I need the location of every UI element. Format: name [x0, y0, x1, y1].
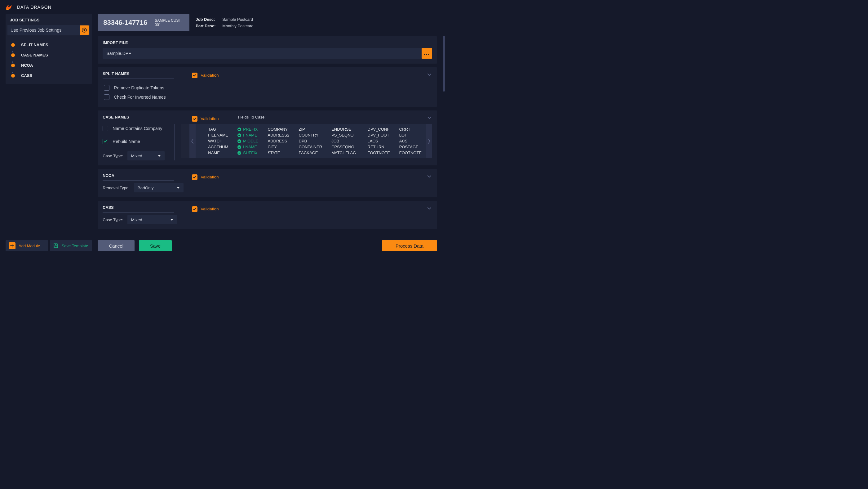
- field-cell[interactable]: LOT: [399, 133, 422, 138]
- field-cell[interactable]: ENDORSE: [331, 127, 358, 132]
- field-cell[interactable]: JOB: [331, 139, 358, 143]
- field-cell[interactable]: DPV_FOOT: [368, 133, 390, 138]
- field-cell[interactable]: POSTAGE: [399, 145, 422, 149]
- scrollbar-thumb[interactable]: [443, 36, 445, 91]
- import-file-row: Sample.DPF ...: [103, 48, 432, 59]
- sidebar-item-split-names[interactable]: SPLIT NAMES: [10, 40, 88, 50]
- cass-case-type-key: Case Type:: [103, 218, 123, 222]
- svg-rect-1: [55, 246, 57, 247]
- process-data-button[interactable]: Process Data: [382, 240, 437, 251]
- field-cell[interactable]: FNAME: [238, 133, 258, 138]
- field-cell-label: ACS: [399, 139, 408, 143]
- collapse-button[interactable]: [427, 72, 432, 78]
- cass-case-type-select[interactable]: Mixed: [127, 215, 177, 224]
- sidebar-item-cass[interactable]: CASS: [10, 70, 88, 81]
- field-cell[interactable]: ACS: [399, 139, 422, 143]
- case-names-validation-checkbox[interactable]: [192, 116, 197, 122]
- case-names-title: CASE NAMES: [103, 115, 174, 119]
- field-cell-label: NAME: [208, 150, 220, 155]
- check-inverted-names-checkbox[interactable]: [104, 94, 110, 100]
- field-cell-label: LNAME: [243, 145, 257, 149]
- field-cell[interactable]: LACS: [368, 139, 390, 143]
- use-previous-settings[interactable]: Use Previous Job Settings: [7, 25, 90, 35]
- field-cell-label: LACS: [368, 139, 378, 143]
- case-type-select[interactable]: Mixed: [127, 151, 165, 161]
- field-cell-label: ENDORSE: [331, 127, 351, 132]
- field-cell[interactable]: FOOTNOTE: [399, 150, 422, 155]
- field-cell[interactable]: PREFIX: [238, 127, 258, 132]
- add-module-button[interactable]: Add Module: [6, 240, 48, 251]
- collapse-button[interactable]: [427, 173, 432, 180]
- check-circle-icon: [238, 139, 241, 143]
- field-cell[interactable]: DPV_CONF: [368, 127, 390, 132]
- fields-scroll-spacer: [181, 124, 189, 158]
- job-desc-key: Job Desc:: [196, 17, 219, 22]
- download-previous-icon-button[interactable]: [80, 25, 89, 35]
- field-cell-label: MATCHFLAG_: [331, 150, 358, 155]
- field-cell[interactable]: MATCHFLAG_: [331, 150, 358, 155]
- divider: [103, 212, 174, 212]
- chevron-left-icon: [191, 138, 194, 144]
- field-cell[interactable]: COMPANY: [268, 127, 289, 132]
- rebuild-name-checkbox[interactable]: [103, 139, 108, 144]
- field-cell[interactable]: SUFFIX: [238, 150, 258, 155]
- field-cell[interactable]: WATCH: [208, 139, 228, 143]
- field-cell[interactable]: FOOTNOTE: [368, 150, 390, 155]
- field-cell-label: CONTAINER: [299, 145, 322, 149]
- field-cell[interactable]: ACCTNUM: [208, 145, 228, 149]
- chevron-down-icon: [427, 205, 432, 211]
- case-names-options: Name Contains Company Rebuild Name Case …: [103, 124, 175, 161]
- field-cell-label: CPSSEQNO: [331, 145, 354, 149]
- sidebar: JOB SETTINGS Use Previous Job Settings S…: [6, 14, 92, 254]
- collapse-button[interactable]: [427, 115, 432, 121]
- field-cell[interactable]: RETURN: [368, 145, 390, 149]
- collapse-button[interactable]: [427, 205, 432, 212]
- module-dot-icon: [11, 53, 15, 57]
- removal-type-select[interactable]: BadOnly: [134, 183, 184, 192]
- field-cell[interactable]: DPB: [299, 139, 322, 143]
- main-footer: Cancel Save Process Data: [98, 240, 445, 251]
- cass-validation-checkbox[interactable]: [192, 206, 197, 212]
- field-cell[interactable]: CONTAINER: [299, 145, 322, 149]
- field-cell[interactable]: NAME: [208, 150, 228, 155]
- fields-scroll-left[interactable]: [189, 124, 196, 158]
- field-cell[interactable]: COUNTRY: [299, 133, 322, 138]
- ncoa-validation-checkbox[interactable]: [192, 174, 197, 180]
- fields-grid[interactable]: TAGPREFIXCOMPANYZIPENDORSEDPV_CONFCRRTFI…: [196, 124, 426, 158]
- field-cell-label: ADDRESS: [268, 139, 287, 143]
- scrollbar[interactable]: [442, 14, 445, 254]
- fields-scroll-right[interactable]: [426, 124, 432, 158]
- removal-type-value: BadOnly: [137, 185, 154, 190]
- field-cell[interactable]: ADDRESS2: [268, 133, 289, 138]
- field-cell[interactable]: TAG: [208, 127, 228, 132]
- remove-duplicate-tokens-label: Remove Duplicate Tokens: [114, 85, 164, 90]
- ellipsis-icon: ...: [424, 51, 430, 56]
- field-cell[interactable]: LNAME: [238, 145, 258, 149]
- job-meta: Job Desc: Sample Postcard Part Desc: Mon…: [196, 17, 253, 28]
- remove-duplicate-tokens-checkbox[interactable]: [104, 85, 110, 91]
- field-cell[interactable]: PS_SEQNO: [331, 133, 358, 138]
- field-cell-label: PACKAGE: [299, 150, 318, 155]
- field-cell[interactable]: CPSSEQNO: [331, 145, 358, 149]
- browse-file-button[interactable]: ...: [422, 48, 432, 59]
- save-template-button[interactable]: Save Template: [50, 240, 92, 251]
- save-button[interactable]: Save: [139, 240, 172, 251]
- ncoa-panel: NCOA Validation Removal Type:: [98, 169, 437, 197]
- field-cell[interactable]: MIDDLE: [238, 139, 258, 143]
- sidebar-item-ncoa[interactable]: NCOA: [10, 60, 88, 70]
- name-contains-company-checkbox[interactable]: [103, 126, 108, 131]
- field-cell[interactable]: CITY: [268, 145, 289, 149]
- field-cell-label: POSTAGE: [399, 145, 418, 149]
- sidebar-item-case-names[interactable]: CASE NAMES: [10, 50, 88, 60]
- field-cell[interactable]: PACKAGE: [299, 150, 322, 155]
- split-names-validation-checkbox[interactable]: [192, 73, 197, 78]
- svg-point-2: [55, 244, 56, 245]
- field-cell[interactable]: CRRT: [399, 127, 422, 132]
- cancel-button[interactable]: Cancel: [98, 240, 134, 251]
- field-cell[interactable]: ZIP: [299, 127, 322, 132]
- app-title: DATA DRAGON: [17, 5, 52, 10]
- module-list: SPLIT NAMES CASE NAMES NCOA CASS: [6, 35, 92, 81]
- field-cell[interactable]: FILENAME: [208, 133, 228, 138]
- field-cell[interactable]: STATE: [268, 150, 289, 155]
- field-cell[interactable]: ADDRESS: [268, 139, 289, 143]
